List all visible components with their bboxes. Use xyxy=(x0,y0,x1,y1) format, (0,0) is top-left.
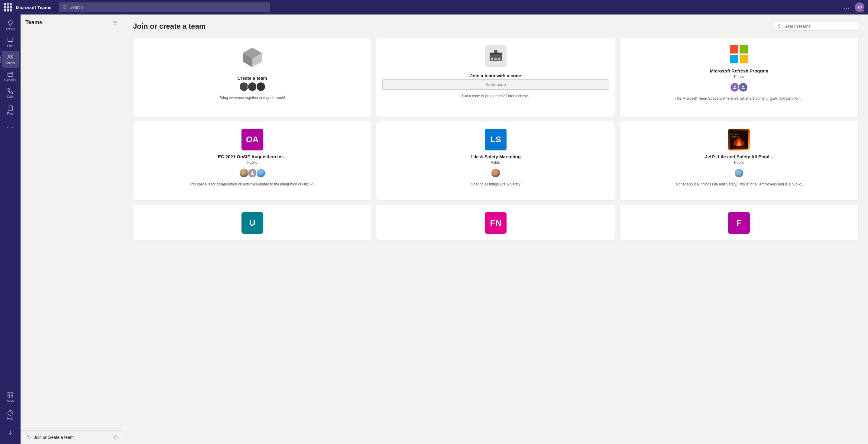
sidebar-item-files[interactable]: Files xyxy=(2,101,19,118)
jeffs-avatars xyxy=(734,168,744,178)
ms-refresh-card[interactable]: Microsoft Refresh Program Public This Mi… xyxy=(620,38,858,117)
ms-refresh-title: Microsoft Refresh Program xyxy=(710,68,768,73)
sidebar: Activity Chat Teams Calendar Calls xyxy=(0,14,21,444)
svg-text:fireside: fireside xyxy=(732,133,739,136)
more-options-button[interactable]: ... xyxy=(843,4,850,10)
files-icon xyxy=(7,104,13,111)
app-title: Microsoft Teams xyxy=(16,5,51,10)
help-label: Help xyxy=(7,417,13,420)
svg-point-24 xyxy=(498,58,500,60)
ms-avatar-2 xyxy=(738,83,748,92)
svg-point-27 xyxy=(251,171,253,173)
create-team-avatars xyxy=(239,82,266,92)
partial-fn-card[interactable]: FN xyxy=(376,205,615,240)
partial-f-card[interactable]: F xyxy=(620,205,858,240)
footer-text: Join or create a team xyxy=(34,435,110,440)
apps-grid-icon[interactable] xyxy=(4,3,12,11)
sidebar-item-activity[interactable]: Activity xyxy=(2,17,19,34)
ec2021-title: EC 2021 OnSIP Acquisition Int... xyxy=(218,154,287,159)
search-teams-input[interactable] xyxy=(784,24,855,29)
teams-panel-title: Teams xyxy=(25,19,42,26)
life-safety-title: Life & Safety Marketing xyxy=(471,154,521,159)
create-team-card[interactable]: Create a team Bring everyone together an… xyxy=(133,38,371,117)
main-header: Join or create a team xyxy=(133,22,858,31)
svg-rect-8 xyxy=(8,395,10,397)
activity-icon xyxy=(7,20,13,27)
ec2021-desc: This space is for collaboration on activ… xyxy=(189,182,315,187)
teams-icon xyxy=(7,54,13,60)
search-placeholder: Search xyxy=(69,5,83,10)
sidebar-item-chat[interactable]: Chat xyxy=(2,34,19,51)
ec2021-card[interactable]: OA EC 2021 OnSIP Acquisition Int... Publ… xyxy=(133,121,371,200)
microsoft-logo xyxy=(730,45,748,63)
svg-rect-21 xyxy=(490,53,502,55)
create-team-icon xyxy=(240,45,265,69)
sidebar-item-teams[interactable]: Teams xyxy=(2,51,19,68)
join-create-team-button[interactable]: Join or create a team xyxy=(21,431,123,444)
jeffs-card[interactable]: fireside CHATS Jeff's Life and Safety Al… xyxy=(620,121,858,200)
partial-fn-avatar: FN xyxy=(485,212,506,234)
apps-label: Apps xyxy=(7,399,14,402)
main-content: Join or create a team Create a team xyxy=(123,14,868,444)
create-team-icon-wrap xyxy=(240,45,265,71)
svg-point-3 xyxy=(9,55,10,57)
sidebar-item-more[interactable]: ··· xyxy=(2,118,19,135)
partial-f-avatar: F xyxy=(728,212,750,234)
svg-point-0 xyxy=(63,5,66,8)
svg-point-12 xyxy=(27,436,28,437)
settings-icon[interactable] xyxy=(113,435,118,440)
jeffs-title: Jeff's Life and Safety All Empl... xyxy=(705,154,773,159)
download-icon xyxy=(7,430,13,437)
svg-point-22 xyxy=(491,58,493,60)
create-team-desc: Bring everyone together and get to work! xyxy=(219,95,285,101)
avatar-dark1 xyxy=(239,82,249,92)
filter-icon[interactable] xyxy=(112,20,118,26)
ms-refresh-icon-wrap xyxy=(730,45,748,63)
svg-line-15 xyxy=(781,27,782,28)
global-search[interactable]: Search xyxy=(59,2,270,12)
search-icon xyxy=(62,5,67,10)
life-safety-avatars xyxy=(491,168,500,178)
page-title: Join or create a team xyxy=(133,22,206,31)
ec2021-avatar: OA xyxy=(242,129,263,151)
teams-label: Teams xyxy=(6,61,14,65)
ec2021-person xyxy=(248,168,257,178)
titlebar-right: ... JD xyxy=(843,2,864,12)
titlebar: Microsoft Teams Search ... JD xyxy=(0,0,868,14)
enter-code-input[interactable] xyxy=(382,80,609,90)
search-teams-box[interactable] xyxy=(774,22,858,31)
sidebar-item-calls[interactable]: Calls xyxy=(2,85,19,101)
cards-grid: Create a team Bring everyone together an… xyxy=(133,38,858,240)
calendar-label: Calendar xyxy=(4,78,17,82)
svg-rect-9 xyxy=(11,395,13,397)
teams-panel-header: Teams xyxy=(21,14,123,28)
join-code-card[interactable]: Join a team with a code Got a code to jo… xyxy=(376,38,615,117)
life-safety-desc: Sharing all things Life & Safety xyxy=(471,182,520,187)
sidebar-item-download[interactable] xyxy=(2,425,19,442)
create-team-title: Create a team xyxy=(237,75,267,81)
activity-label: Activity xyxy=(5,28,15,31)
presence-status xyxy=(862,9,864,12)
svg-point-10 xyxy=(8,410,13,416)
svg-rect-2 xyxy=(8,38,13,42)
jeffs-desc: To chat about all things Life and Safety… xyxy=(674,182,804,187)
ec2021-avatars xyxy=(239,168,266,178)
svg-rect-6 xyxy=(8,392,10,394)
partial-u-avatar: U xyxy=(242,212,263,234)
files-label: Files xyxy=(7,112,13,116)
sidebar-item-apps[interactable]: Apps xyxy=(2,388,19,405)
sidebar-item-help[interactable]: Help xyxy=(2,407,19,423)
calendar-icon xyxy=(7,71,13,77)
ms-refresh-avatars xyxy=(730,83,748,92)
svg-text:CHATS: CHATS xyxy=(732,136,739,139)
join-code-icon-wrap xyxy=(485,45,506,68)
more-icon: ··· xyxy=(7,124,14,130)
svg-line-1 xyxy=(66,8,67,9)
life-safety-card[interactable]: LS Life & Safety Marketing Public Sharin… xyxy=(376,121,615,200)
sidebar-item-calendar[interactable]: Calendar xyxy=(2,68,19,85)
svg-rect-5 xyxy=(8,72,13,77)
user-avatar-button[interactable]: JD xyxy=(855,2,864,12)
join-code-desc: Got a code to join a team? Enter it abov… xyxy=(462,93,529,99)
partial-u-card[interactable]: U xyxy=(133,205,371,240)
ms-refresh-subtitle: Public xyxy=(734,74,744,79)
